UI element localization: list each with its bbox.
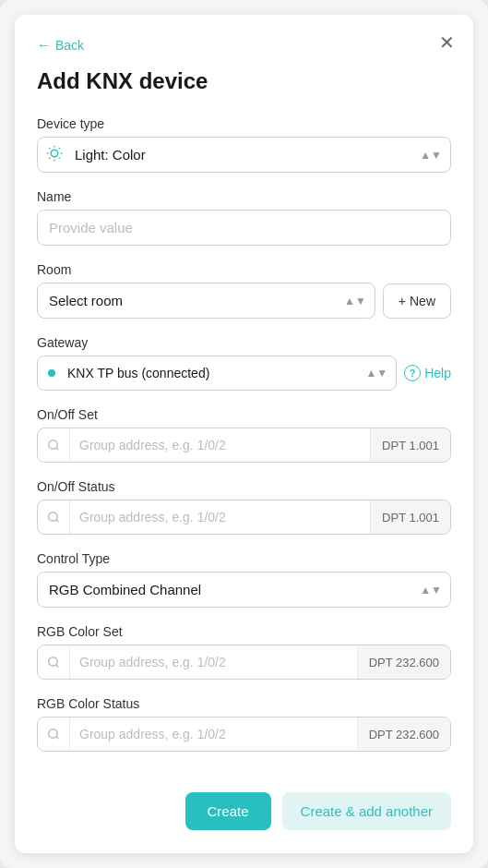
modal-container: ← Back ✕ Add KNX device Device type	[0, 0, 488, 868]
name-input[interactable]	[37, 210, 451, 246]
on-off-status-dpt: DPT 1.001	[370, 500, 450, 534]
svg-point-11	[49, 512, 57, 521]
gateway-select[interactable]: KNX TP bus (connected)	[37, 356, 397, 391]
light-icon	[46, 145, 63, 165]
gateway-label: Gateway	[37, 335, 451, 350]
page-title: Add KNX device	[37, 68, 451, 94]
svg-line-14	[56, 665, 59, 668]
svg-point-15	[49, 729, 57, 738]
device-type-field: Device type Light	[37, 116, 451, 173]
gateway-field: Gateway KNX TP bus (connected) ▲▼ ? Help	[37, 335, 451, 391]
help-label: Help	[424, 366, 451, 380]
room-row: Select room ▲▼ + New	[37, 283, 451, 319]
new-room-button[interactable]: + New	[383, 283, 451, 319]
back-button[interactable]: ← Back	[37, 37, 84, 54]
svg-line-3	[49, 148, 50, 149]
close-button[interactable]: ✕	[439, 33, 455, 52]
room-select[interactable]: Select room	[37, 283, 375, 319]
on-off-set-search-icon	[38, 428, 70, 462]
name-label: Name	[37, 189, 451, 204]
on-off-status-search-icon	[38, 500, 70, 534]
gateway-status-dot	[48, 369, 55, 377]
control-type-select-wrapper: RGB Combined Channel ▲▼	[37, 572, 451, 608]
plus-icon: +	[399, 294, 406, 308]
svg-line-10	[56, 448, 59, 451]
control-type-select[interactable]: RGB Combined Channel	[37, 572, 451, 608]
rgb-color-status-search-icon	[38, 717, 70, 751]
on-off-status-input[interactable]	[70, 500, 370, 534]
rgb-color-set-input[interactable]	[70, 645, 357, 679]
rgb-color-status-field: RGB Color Status DPT 232.600	[37, 696, 451, 752]
back-arrow-icon: ←	[37, 37, 52, 54]
svg-line-16	[56, 737, 59, 740]
help-circle-icon: ?	[404, 365, 421, 381]
rgb-color-set-field: RGB Color Set DPT 232.600	[37, 624, 451, 680]
svg-line-4	[59, 157, 60, 158]
device-type-select[interactable]: Light: Color	[37, 137, 451, 173]
control-type-label: Control Type	[37, 551, 451, 566]
help-button[interactable]: ? Help	[404, 365, 451, 381]
svg-point-9	[49, 440, 57, 449]
create-button[interactable]: Create	[185, 792, 271, 830]
device-type-label: Device type	[37, 116, 451, 131]
room-field: Room Select room ▲▼ + New	[37, 262, 451, 319]
back-label: Back	[55, 38, 84, 53]
rgb-color-set-dpt: DPT 232.600	[357, 645, 450, 679]
svg-point-0	[51, 150, 58, 157]
name-field: Name	[37, 189, 451, 246]
svg-line-12	[56, 520, 59, 523]
on-off-set-input[interactable]	[70, 428, 370, 462]
new-room-label: New	[410, 294, 435, 308]
close-icon: ✕	[439, 32, 455, 53]
footer-buttons: Create Create & add another	[37, 778, 451, 830]
svg-point-13	[49, 657, 57, 666]
gateway-select-wrapper: KNX TP bus (connected) ▲▼	[37, 356, 397, 391]
svg-line-8	[59, 148, 60, 149]
rgb-color-status-label: RGB Color Status	[37, 696, 451, 711]
room-select-wrapper: Select room ▲▼	[37, 283, 375, 319]
on-off-set-wrapper: DPT 1.001	[37, 428, 451, 463]
rgb-color-set-search-icon	[38, 645, 70, 679]
on-off-status-field: On/Off Status DPT 1.001	[37, 479, 451, 535]
on-off-set-field: On/Off Set DPT 1.001	[37, 407, 451, 463]
room-label: Room	[37, 262, 451, 277]
on-off-set-label: On/Off Set	[37, 407, 451, 422]
on-off-status-label: On/Off Status	[37, 479, 451, 494]
rgb-color-set-wrapper: DPT 232.600	[37, 645, 451, 680]
control-type-field: Control Type RGB Combined Channel ▲▼	[37, 551, 451, 608]
rgb-color-status-input[interactable]	[70, 717, 357, 751]
modal-panel: ← Back ✕ Add KNX device Device type	[15, 15, 473, 853]
rgb-color-set-label: RGB Color Set	[37, 624, 451, 639]
svg-line-7	[49, 157, 50, 158]
device-type-select-wrapper: Light: Color ▲▼	[37, 137, 451, 173]
rgb-color-status-wrapper: DPT 232.600	[37, 717, 451, 752]
rgb-color-status-dpt: DPT 232.600	[357, 717, 450, 751]
on-off-status-wrapper: DPT 1.001	[37, 500, 451, 535]
create-and-add-another-button[interactable]: Create & add another	[282, 792, 451, 830]
gateway-row: KNX TP bus (connected) ▲▼ ? Help	[37, 356, 451, 391]
on-off-set-dpt: DPT 1.001	[370, 428, 450, 462]
